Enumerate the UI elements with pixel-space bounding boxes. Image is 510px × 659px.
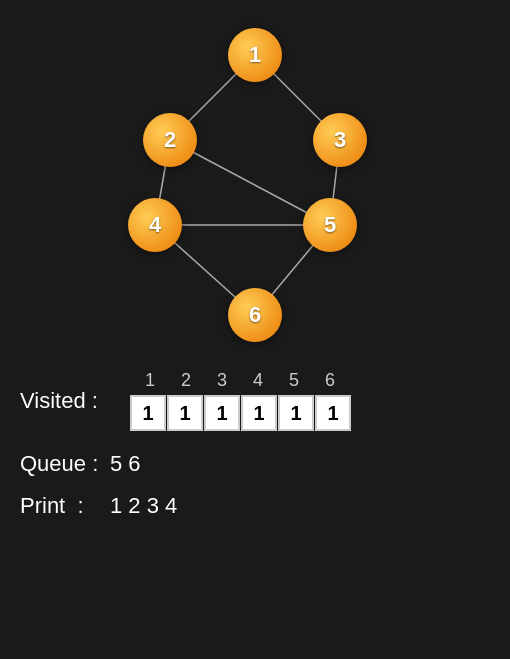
visited-box-2: 1 xyxy=(167,395,203,431)
visited-col-6: 6 xyxy=(312,370,348,391)
visited-box-5: 1 xyxy=(278,395,314,431)
visited-boxes: 111111 xyxy=(130,395,352,431)
visited-box-1: 1 xyxy=(130,395,166,431)
visited-numbers: 123456 xyxy=(132,370,352,391)
queue-section: Queue : 5 6 xyxy=(20,451,490,477)
visited-label: Visited : xyxy=(20,388,130,414)
graph-node-3: 3 xyxy=(313,113,367,167)
visited-col-5: 5 xyxy=(276,370,312,391)
visited-box-6: 1 xyxy=(315,395,351,431)
print-label: Print : xyxy=(20,493,110,519)
graph-node-2: 2 xyxy=(143,113,197,167)
visited-section: Visited : 123456 111111 xyxy=(20,370,490,431)
info-area: Visited : 123456 111111 Queue : 5 6 Prin… xyxy=(0,360,510,519)
visited-col-1: 1 xyxy=(132,370,168,391)
print-section: Print : 1 2 3 4 xyxy=(20,493,490,519)
visited-grid: 123456 111111 xyxy=(130,370,352,431)
graph-container: 123456 xyxy=(0,0,510,360)
visited-col-4: 4 xyxy=(240,370,276,391)
visited-box-3: 1 xyxy=(204,395,240,431)
graph-node-5: 5 xyxy=(303,198,357,252)
queue-label: Queue : xyxy=(20,451,110,477)
print-values: 1 2 3 4 xyxy=(110,493,177,519)
graph-node-6: 6 xyxy=(228,288,282,342)
visited-col-3: 3 xyxy=(204,370,240,391)
visited-col-2: 2 xyxy=(168,370,204,391)
graph-node-1: 1 xyxy=(228,28,282,82)
queue-values: 5 6 xyxy=(110,451,141,477)
visited-box-4: 1 xyxy=(241,395,277,431)
graph-node-4: 4 xyxy=(128,198,182,252)
